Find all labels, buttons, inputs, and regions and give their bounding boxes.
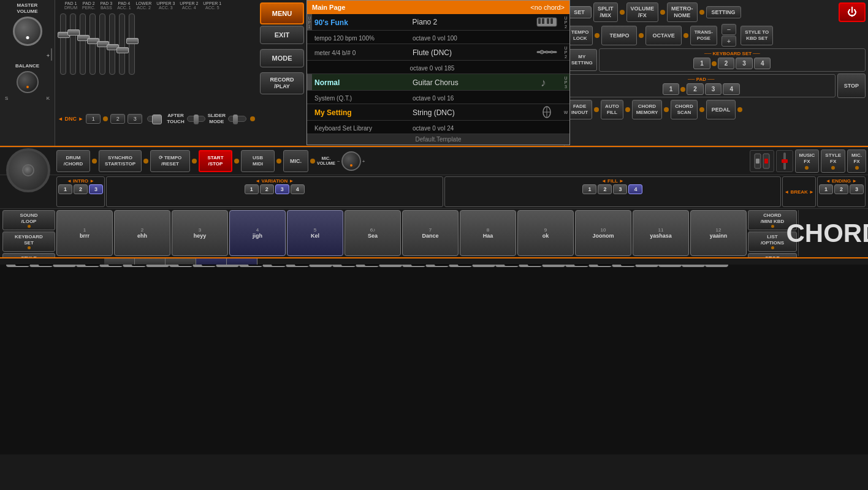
dropdown-row-3[interactable]: Normal Guitar Chorus ♪ U P 3 bbox=[307, 74, 569, 91]
style-pad-4[interactable]: 4 jigh bbox=[229, 210, 286, 256]
fader-6[interactable] bbox=[109, 13, 115, 75]
exit-button[interactable]: EXIT bbox=[260, 26, 304, 44]
my-setting-button[interactable]: MYSETTING bbox=[567, 49, 597, 71]
mic-volume-knob[interactable] bbox=[341, 151, 361, 171]
pad-btn-3[interactable]: 3 bbox=[705, 83, 722, 95]
black-key-fs4[interactable] bbox=[574, 265, 589, 266]
pitch-wheel-area[interactable] bbox=[750, 150, 774, 172]
black-key-gs3[interactable] bbox=[435, 265, 449, 266]
ending-btn-1[interactable]: 1 bbox=[819, 184, 833, 194]
menu-button[interactable]: MENU bbox=[260, 2, 304, 24]
ending-btn-2[interactable]: 2 bbox=[834, 184, 848, 194]
pad-btn-4[interactable]: 4 bbox=[723, 83, 740, 95]
variation-btn-2[interactable]: 2 bbox=[260, 184, 274, 194]
style-fx-button[interactable]: STYLEFX bbox=[821, 149, 845, 172]
plus-btn[interactable]: + bbox=[721, 36, 736, 47]
intro-btn-2[interactable]: 2 bbox=[74, 184, 88, 194]
style-pad-6[interactable]: 6♪ Sea bbox=[345, 210, 401, 256]
black-key-cs4[interactable] bbox=[504, 265, 519, 266]
style-pad-3[interactable]: 3 heyy bbox=[172, 210, 228, 256]
usb-midi-button[interactable]: USBMIDI bbox=[241, 150, 275, 172]
black-key-as4[interactable] bbox=[621, 265, 636, 266]
mode-button[interactable]: MODE bbox=[260, 49, 304, 67]
white-key-e2[interactable] bbox=[216, 265, 239, 267]
variation-btn-1[interactable]: 1 bbox=[245, 184, 259, 194]
power-button[interactable]: ⏻ bbox=[839, 2, 866, 22]
style-pad-2[interactable]: 2 ehh bbox=[114, 210, 170, 256]
pad-btn-1[interactable]: 1 bbox=[663, 83, 680, 95]
black-key-fs1[interactable] bbox=[85, 265, 100, 266]
balance-knob[interactable] bbox=[17, 71, 39, 93]
style-pad-12[interactable]: 12 yaainn bbox=[690, 210, 747, 256]
black-key-ds3[interactable] bbox=[365, 265, 379, 266]
black-key-as1[interactable] bbox=[132, 265, 147, 266]
chord-scan-button[interactable]: CHORDSCAN bbox=[671, 100, 697, 119]
black-key-ds2[interactable] bbox=[202, 265, 216, 266]
style-pad-7[interactable]: 7 Dance bbox=[402, 210, 459, 256]
ribbon-controller[interactable] bbox=[776, 150, 793, 172]
fill-btn-4[interactable]: 4 bbox=[628, 184, 642, 194]
tempo-lock-button[interactable]: TEMPOLOCK bbox=[567, 26, 593, 45]
white-key-b4[interactable] bbox=[635, 265, 658, 267]
dropdown-row-2[interactable]: meter 4/4 b/# 0 Flute (DNC) bbox=[307, 44, 569, 61]
white-key-c5[interactable] bbox=[658, 265, 682, 267]
after-touch-slider[interactable] bbox=[187, 116, 205, 122]
minus-btn[interactable]: − bbox=[721, 24, 736, 35]
dnc-btn-2[interactable]: 2 bbox=[110, 114, 125, 124]
setting-button[interactable]: SETTING bbox=[706, 6, 741, 18]
style-pad-11[interactable]: 11 yashasa bbox=[633, 210, 689, 256]
fill-btn-3[interactable]: 3 bbox=[613, 184, 627, 194]
intro-btn-1[interactable]: 1 bbox=[58, 184, 72, 194]
style-to-kbd-set-button[interactable]: STYLE TOKBD SET bbox=[740, 26, 773, 45]
ending-btn-3[interactable]: 3 bbox=[850, 184, 864, 194]
fader-3[interactable] bbox=[80, 13, 86, 75]
music-fx-button[interactable]: MUSICFX bbox=[795, 149, 820, 172]
white-key-b2[interactable] bbox=[309, 265, 332, 267]
volume-fx-button[interactable]: VOLUME/FX bbox=[626, 2, 659, 22]
pedal-button[interactable]: PEDAL bbox=[706, 100, 736, 119]
fill-btn-1[interactable]: 1 bbox=[582, 184, 596, 194]
black-key-gs4[interactable] bbox=[598, 265, 612, 266]
jog-wheel[interactable] bbox=[6, 148, 50, 192]
fader-4[interactable] bbox=[89, 13, 96, 75]
white-key-e4[interactable] bbox=[542, 265, 565, 267]
drum-chord-button[interactable]: DRUM/CHORD bbox=[56, 150, 90, 172]
slider-mode-control[interactable] bbox=[228, 116, 246, 122]
dnc-btn-1[interactable]: 1 bbox=[86, 114, 101, 124]
kbd-set-btn-1[interactable]: 1 bbox=[693, 58, 710, 69]
stop-button-right[interactable]: STOP bbox=[837, 74, 866, 98]
style-pad-10[interactable]: 10 Joonom bbox=[575, 210, 631, 256]
fader-8[interactable] bbox=[129, 13, 135, 75]
piano-keyboard[interactable] bbox=[0, 265, 868, 454]
style-pad-5[interactable]: 5 Kel bbox=[287, 210, 343, 256]
mic-button[interactable]: MIC. bbox=[283, 150, 308, 172]
white-key-e5[interactable] bbox=[705, 265, 728, 267]
style-pad-9[interactable]: 9 ok bbox=[517, 210, 574, 256]
record-play-button[interactable]: RECORD/PLAY bbox=[260, 72, 304, 94]
black-key-cs1[interactable] bbox=[15, 265, 30, 266]
white-key-b3[interactable] bbox=[472, 265, 495, 267]
dropdown-row-4[interactable]: My Setting String (DNC) W bbox=[307, 104, 569, 121]
pad-btn-2[interactable]: 2 bbox=[687, 83, 704, 95]
dropdown-row-1[interactable]: UP1 90's Funk Piano 2 bbox=[307, 14, 569, 31]
black-key-ds1[interactable] bbox=[39, 265, 53, 266]
tempo-button[interactable]: TEMPO bbox=[601, 26, 637, 45]
black-key-ds4[interactable] bbox=[528, 265, 542, 266]
black-key-gs2[interactable] bbox=[272, 265, 286, 266]
fade-in-out-button[interactable]: FADEIN/OUT bbox=[567, 100, 592, 119]
fill-btn-2[interactable]: 2 bbox=[598, 184, 612, 194]
synchro-button[interactable]: SYNCHROSTART/STOP bbox=[99, 150, 142, 172]
octave-button[interactable]: OCTAVE bbox=[645, 26, 681, 45]
black-key-fs3[interactable] bbox=[411, 265, 426, 266]
style-pad-8[interactable]: 8 Haa bbox=[460, 210, 516, 256]
white-key-d5[interactable] bbox=[682, 265, 705, 267]
start-stop-button[interactable]: START/STOP bbox=[199, 150, 232, 172]
white-key-e1[interactable] bbox=[53, 265, 76, 267]
black-key-cs2[interactable] bbox=[178, 265, 193, 266]
master-volume-knob[interactable] bbox=[13, 17, 42, 46]
kbd-set-btn-2[interactable]: 2 bbox=[718, 58, 735, 69]
split-mix-button[interactable]: SPLIT/MIX bbox=[593, 2, 618, 22]
chord-memory-button[interactable]: CHORDMEMORY bbox=[632, 100, 663, 119]
black-key-fs2[interactable] bbox=[248, 265, 263, 266]
keyboard-set-button[interactable]: KEYBOARDSET bbox=[2, 232, 55, 252]
